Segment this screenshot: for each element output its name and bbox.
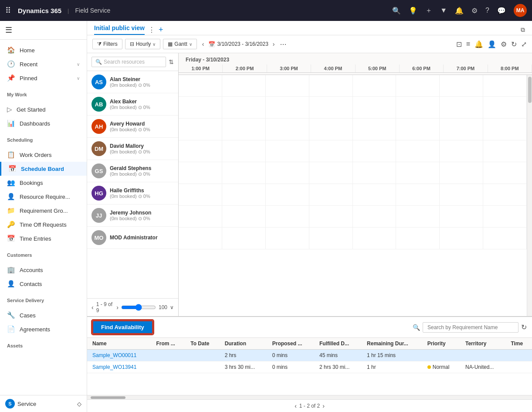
person-add-icon[interactable]: 👤 [488, 40, 496, 48]
plus-icon[interactable]: ＋ [425, 6, 432, 15]
gantt-cell[interactable] [483, 162, 527, 184]
gantt-cell[interactable] [353, 75, 396, 96]
gantt-cell[interactable] [179, 162, 222, 184]
requirement-search-input[interactable] [423, 322, 518, 333]
gantt-cell[interactable] [483, 228, 527, 249]
resource-row[interactable]: GS Gerald Stephens (0m booked) ⊙ 0% [87, 160, 178, 182]
resource-row[interactable]: MO MOD Administrator [87, 227, 178, 249]
gantt-cell[interactable] [396, 140, 440, 162]
sidebar-bottom-nav[interactable]: S Service ◇ [0, 395, 87, 412]
filter-icon[interactable]: ▼ [440, 7, 447, 14]
sidebar-item-cases[interactable]: 🔧 Cases [0, 308, 87, 322]
gantt-cell[interactable] [440, 162, 483, 184]
filters-button[interactable]: ⧩ Filters [92, 39, 122, 49]
chat-icon[interactable]: 💬 [497, 7, 506, 15]
table-column-header[interactable]: From ... [151, 338, 186, 350]
refresh-icon[interactable]: ↻ [511, 40, 517, 48]
gantt-cell[interactable] [222, 162, 266, 184]
resource-view-icon[interactable]: ⊡ [456, 40, 462, 48]
gantt-cell[interactable] [440, 97, 483, 118]
table-column-header[interactable]: Territory [460, 338, 505, 350]
horizontal-scrollbar-area[interactable] [87, 395, 532, 399]
gantt-cell[interactable] [483, 140, 527, 162]
gantt-cell[interactable] [179, 97, 222, 118]
gantt-cell[interactable] [222, 206, 266, 227]
bottom-prev-btn[interactable]: ‹ [295, 402, 297, 409]
sidebar-item-pinned[interactable]: 📌 Pinned ∨ [0, 71, 87, 85]
gantt-cell[interactable] [222, 119, 266, 140]
maximize-icon[interactable]: ⧉ [521, 26, 525, 33]
gantt-cell[interactable] [396, 75, 440, 96]
table-row[interactable]: Sample_WO139413 hrs 30 mi...0 mins2 hrs … [87, 361, 532, 373]
horizontal-scrollbar-thumb[interactable] [91, 396, 125, 399]
sidebar-item-schedule-board[interactable]: 📅 Schedule Board [0, 162, 87, 176]
sort-icon[interactable]: ⇅ [169, 58, 174, 65]
sidebar-toggle[interactable]: ☰ [5, 26, 12, 34]
gantt-cell[interactable] [353, 97, 396, 118]
gantt-cell[interactable] [483, 75, 527, 96]
gantt-cell[interactable] [396, 184, 440, 205]
gantt-cell[interactable] [483, 97, 527, 118]
gantt-cell[interactable] [266, 184, 309, 205]
gantt-cell[interactable] [309, 162, 353, 184]
gantt-cell[interactable] [396, 206, 440, 227]
table-column-header[interactable]: Proposed ... [267, 338, 314, 350]
gantt-cell[interactable] [396, 162, 440, 184]
list-view-icon[interactable]: ≡ [466, 40, 470, 48]
sidebar-item-bookings[interactable]: 👥 Bookings [0, 176, 87, 190]
gantt-cell[interactable] [309, 97, 353, 118]
sidebar-item-requirement-gro[interactable]: 📁 Requirement Gro... [0, 204, 87, 218]
sidebar-item-work-orders[interactable]: 📋 Work Orders [0, 148, 87, 162]
help-icon[interactable]: ? [485, 7, 489, 14]
resource-row[interactable]: JJ Jeremy Johnson (0m booked) ⊙ 0% [87, 204, 178, 227]
gantt-cell[interactable] [353, 184, 396, 205]
gantt-cell[interactable] [440, 184, 483, 205]
gantt-cell[interactable] [179, 228, 222, 249]
gantt-view-button[interactable]: ▦ Gantt ∨ [163, 39, 197, 49]
gantt-cell[interactable] [179, 184, 222, 205]
gantt-cell[interactable] [353, 162, 396, 184]
gantt-cell[interactable] [440, 119, 483, 140]
scrollbar-thumb[interactable] [528, 77, 532, 103]
gantt-cell[interactable] [266, 97, 309, 118]
resource-row[interactable]: DM David Mallory (0m booked) ⊙ 0% [87, 138, 178, 160]
search-icon[interactable]: 🔍 [392, 7, 401, 15]
gantt-cell[interactable] [309, 140, 353, 162]
sidebar-item-accounts[interactable]: 🏢 Accounts [0, 263, 87, 277]
gantt-cell[interactable] [179, 140, 222, 162]
sidebar-item-contacts[interactable]: 👤 Contacts [0, 277, 87, 291]
gantt-cell[interactable] [266, 119, 309, 140]
resource-prev-btn[interactable]: ‹ [91, 304, 94, 311]
find-availability-button[interactable]: Find Availability [92, 320, 153, 334]
bottom-refresh-icon[interactable]: ↻ [521, 323, 527, 331]
gantt-cell[interactable] [222, 140, 266, 162]
gantt-cell[interactable] [483, 184, 527, 205]
table-column-header[interactable]: Priority [422, 338, 460, 350]
table-column-header[interactable]: Duration [220, 338, 267, 350]
gantt-cell[interactable] [309, 75, 353, 96]
gantt-cell[interactable] [440, 228, 483, 249]
row-name-link[interactable]: Sample_WO13941 [92, 364, 136, 370]
resource-row[interactable]: HG Halle Griffiths (0m booked) ⊙ 0% [87, 182, 178, 204]
bottom-next-btn[interactable]: › [322, 402, 325, 409]
settings-icon[interactable]: ⚙ [501, 40, 507, 48]
gantt-cell[interactable] [266, 140, 309, 162]
sidebar-item-resource-require[interactable]: 👤 Resource Require... [0, 190, 87, 204]
next-date-btn[interactable]: › [270, 40, 278, 48]
gantt-cell[interactable] [353, 228, 396, 249]
lightbulb-icon[interactable]: 💡 [409, 7, 417, 15]
gantt-cell[interactable] [309, 184, 353, 205]
table-row[interactable]: Sample_WO000112 hrs0 mins45 mins1 hr 15 … [87, 350, 532, 361]
row-name-link[interactable]: Sample_WO00011 [92, 352, 136, 358]
resource-row[interactable]: AS Alan Steiner (0m booked) ⊙ 0% [87, 71, 178, 93]
bell-icon[interactable]: 🔔 [455, 7, 464, 15]
gantt-cell[interactable] [309, 206, 353, 227]
user-avatar[interactable]: MA [514, 4, 527, 17]
gantt-cell[interactable] [353, 140, 396, 162]
gantt-cell[interactable] [309, 119, 353, 140]
table-column-header[interactable]: Fulfilled D... [314, 338, 362, 350]
expand-icon[interactable]: ⤢ [521, 40, 527, 48]
gantt-cell[interactable] [222, 184, 266, 205]
gantt-cell[interactable] [266, 162, 309, 184]
gantt-cell[interactable] [483, 206, 527, 227]
